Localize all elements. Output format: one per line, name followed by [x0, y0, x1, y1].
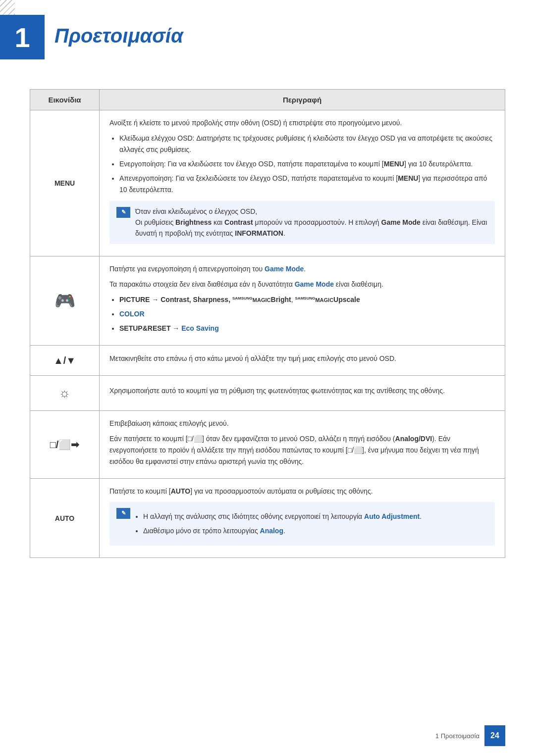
desc-text: Πατήστε για ενεργοποίηση ή απενεργοποίησ… — [109, 263, 495, 275]
list-item: Απενεργοποίηση: Για να ξεκλειδώσετε τον … — [119, 173, 495, 196]
desc-list: Κλείδωμα ελέγχου OSD: Διατηρήστε τις τρέ… — [119, 133, 495, 196]
desc-text: Επιβεβαίωση κάποιας επιλογής μενού. — [109, 418, 495, 429]
icon-cell-updown: ▲/▼ — [30, 346, 100, 376]
table-row: AUTO Πατήστε το κουμπί [AUTO] για να προ… — [30, 479, 505, 558]
desc-list: PICTURE → Contrast, Sharpness, SAMSUNGMA… — [119, 294, 495, 334]
desc-text: Χρησιμοποιήστε αυτό το κουμπί για τη ρύθ… — [109, 385, 495, 397]
list-item: SETUP&RESET → Eco Saving — [119, 323, 495, 334]
note-list: Η αλλαγή της ανάλυσης στις Ιδιότητες οθό… — [143, 511, 488, 537]
note-text-auto: Η αλλαγή της ανάλυσης στις Ιδιότητες οθό… — [135, 507, 488, 541]
updown-icon: ▲/▼ — [54, 355, 76, 366]
col-icons-header: Εικονίδια — [30, 90, 100, 110]
icon-cell-input: □/⬜➡ — [30, 410, 100, 478]
table-row: ▲/▼ Μετακινηθείτε στο επάνω ή στο κάτω μ… — [30, 346, 505, 376]
icon-cell-auto: AUTO — [30, 479, 100, 558]
info-table: Εικονίδια Περιγραφή MENU Ανοίξτε ή κλείσ… — [30, 89, 505, 558]
main-content: Εικονίδια Περιγραφή MENU Ανοίξτε ή κλείσ… — [0, 79, 535, 588]
table-row: ☼ Χρησιμοποιήστε αυτό το κουμπί για τη ρ… — [30, 376, 505, 411]
input-switch-icon: □/⬜➡ — [50, 439, 80, 450]
desc-cell-updown: Μετακινηθείτε στο επάνω ή στο κάτω μενού… — [100, 346, 505, 376]
desc-cell-gamepad: Πατήστε για ενεργοποίηση ή απενεργοποίησ… — [100, 256, 505, 345]
chapter-number-block: 1 — [0, 15, 45, 59]
desc-text: Ανοίξτε ή κλείστε το μενού προβολής στην… — [109, 117, 495, 129]
note-box-auto: ✎ Η αλλαγή της ανάλυσης στις Ιδιότητες ο… — [109, 502, 495, 546]
list-item: Η αλλαγή της ανάλυσης στις Ιδιότητες οθό… — [143, 511, 488, 522]
page-footer: 1 Προετοιμασία 24 — [435, 725, 505, 746]
chapter-number: 1 — [14, 21, 30, 53]
page-wrapper: 1 Προετοιμασία Εικονίδια Περιγραφή MENU … — [0, 0, 535, 756]
note-box: ✎ Όταν είναι κλειδωμένος ο έλεγχος OSD, … — [109, 201, 495, 244]
note-icon: ✎ — [116, 207, 130, 218]
list-item: COLOR — [119, 308, 495, 320]
desc-text: Εάν πατήσετε το κουμπί [□/⬜] όταν δεν εμ… — [109, 433, 495, 467]
note-icon-symbol: ✎ — [121, 208, 126, 217]
brightness-icon: ☼ — [59, 385, 71, 400]
footer-page-number: 24 — [484, 725, 505, 746]
desc-text: Τα παρακάτω στοιχεία δεν είναι διαθέσιμα… — [109, 279, 495, 290]
col-desc-header: Περιγραφή — [100, 90, 505, 110]
desc-cell-input: Επιβεβαίωση κάποιας επιλογής μενού. Εάν … — [100, 410, 505, 478]
footer-text: 1 Προετοιμασία — [435, 732, 480, 740]
list-item: Διαθέσιμο μόνο σε τρόπο λειτουργίας Anal… — [143, 525, 488, 537]
menu-label: MENU — [54, 179, 75, 187]
table-row: □/⬜➡ Επιβεβαίωση κάποιας επιλογής μενού.… — [30, 410, 505, 478]
auto-label: AUTO — [55, 514, 74, 522]
note-text: Όταν είναι κλειδωμένος ο έλεγχος OSD, Οι… — [135, 206, 488, 239]
icon-cell-gamepad: 🎮 — [30, 256, 100, 345]
note-icon-auto: ✎ — [116, 508, 130, 519]
icon-cell-menu: MENU — [30, 110, 100, 256]
desc-text: Πατήστε το κουμπί [AUTO] για να προσαρμο… — [109, 486, 495, 497]
desc-cell-brightness: Χρησιμοποιήστε αυτό το κουμπί για τη ρύθ… — [100, 376, 505, 411]
chapter-title: Προετοιμασία — [54, 15, 183, 47]
list-item: PICTURE → Contrast, Sharpness, SAMSUNGMA… — [119, 294, 495, 305]
desc-text: Μετακινηθείτε στο επάνω ή στο κάτω μενού… — [109, 353, 495, 364]
icon-cell-brightness: ☼ — [30, 376, 100, 411]
list-item: Ενεργοποίηση: Για να κλειδώσετε τον έλεγ… — [119, 158, 495, 170]
note-icon-symbol: ✎ — [121, 509, 126, 518]
gamepad-icon: 🎮 — [54, 291, 75, 310]
desc-cell-auto: Πατήστε το κουμπί [AUTO] για να προσαρμο… — [100, 479, 505, 558]
page-header: 1 Προετοιμασία — [0, 0, 535, 79]
table-row: 🎮 Πατήστε για ενεργοποίηση ή απενεργοποί… — [30, 256, 505, 345]
list-item: Κλείδωμα ελέγχου OSD: Διατηρήστε τις τρέ… — [119, 133, 495, 155]
table-row: MENU Ανοίξτε ή κλείστε το μενού προβολής… — [30, 110, 505, 256]
desc-cell-menu: Ανοίξτε ή κλείστε το μενού προβολής στην… — [100, 110, 505, 256]
